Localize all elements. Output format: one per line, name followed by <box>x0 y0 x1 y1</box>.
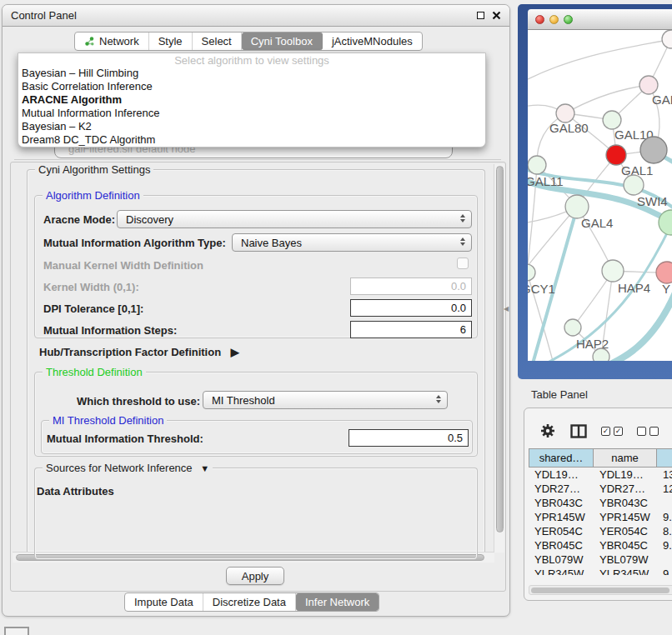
tab-style[interactable]: Style <box>149 32 193 50</box>
vertical-scrollbar-thumb[interactable] <box>496 166 504 532</box>
float-panel-icon[interactable] <box>477 12 484 19</box>
select-all-columns-icon[interactable]: ✓✓ <box>601 427 623 436</box>
deselect-all-columns-icon[interactable]: ✓✓ <box>637 427 659 436</box>
column-header[interactable]: shared… <box>529 448 594 468</box>
table-row[interactable]: YDL19…YDL19…13 <box>529 468 672 482</box>
tab-label: Network <box>99 35 139 48</box>
apply-button[interactable]: Apply <box>226 567 284 585</box>
apply-button-label: Apply <box>242 570 269 582</box>
spinner-arrows-icon <box>436 395 441 403</box>
network-window-titlebar[interactable] <box>528 9 672 30</box>
network-node-gcy1[interactable] <box>528 264 535 281</box>
control-panel-window: Control Panel NetworkStyleSelectCyni Too… <box>2 4 510 617</box>
expand-right-icon[interactable]: ▶ <box>231 346 239 358</box>
column-browser-icon[interactable] <box>570 424 587 438</box>
table-horizontal-scrollbar[interactable] <box>529 585 672 595</box>
zoom-traffic-light-icon[interactable] <box>564 15 573 24</box>
panel-divider-grip[interactable]: ◀ <box>504 305 509 312</box>
network-node-hap4[interactable] <box>602 260 624 282</box>
tab-jactivemnodules[interactable]: jActiveMNodules <box>323 32 422 50</box>
table-cell <box>657 496 672 510</box>
cyni-algorithm-settings-group: Cyni Algorithm Settings Algorithm Defini… <box>27 169 485 552</box>
tab-network[interactable]: Network <box>75 32 149 50</box>
table-scrollbar-thumb[interactable] <box>531 588 669 593</box>
network-node-gal4[interactable] <box>565 195 589 218</box>
dpi-tolerance-field[interactable]: 0.0 <box>350 299 472 317</box>
minimize-traffic-light-icon[interactable] <box>549 15 559 24</box>
table-row[interactable]: YLR345WYLR345W9. <box>529 567 672 575</box>
network-graph[interactable]: GAL7GAL80GAL10GAL1GAL11SWI4GAL4GCY1HAP4Y… <box>528 30 672 361</box>
network-edge[interactable] <box>565 85 649 113</box>
algorithm-option[interactable]: Mutual Information Inference <box>18 107 485 120</box>
table-row[interactable]: YPR145WYPR145W9. <box>529 510 672 524</box>
node-label: GAL7 <box>652 92 672 107</box>
table-row[interactable]: YBL079WYBL079W <box>529 552 672 567</box>
mi-type-value: Naive Bayes <box>241 237 302 249</box>
aracne-mode-combo[interactable]: Discovery <box>117 210 472 228</box>
table-cell: 13 <box>657 468 672 482</box>
node-table[interactable]: shared…nameAYDL19…YDL19…13YDR27…YDR27…12… <box>529 448 672 575</box>
data-attributes-label: Data Attributes <box>37 485 114 498</box>
network-node[interactable] <box>640 137 667 163</box>
tab-discretize-data[interactable]: Discretize Data <box>203 593 296 611</box>
which-threshold-combo[interactable]: MI Threshold <box>203 391 448 409</box>
close-traffic-light-icon[interactable] <box>535 15 544 24</box>
network-view-window[interactable]: GAL7GAL80GAL10GAL1GAL11SWI4GAL4GCY1HAP4Y… <box>518 4 672 379</box>
network-canvas[interactable]: GAL7GAL80GAL10GAL1GAL11SWI4GAL4GCY1HAP4Y… <box>528 30 672 361</box>
algorithm-option[interactable]: Dream8 DC_TDC Algorithm <box>18 133 485 147</box>
tab-label: Discretize Data <box>213 596 286 608</box>
algorithm-option[interactable]: Bayesian – K2 <box>18 120 485 133</box>
algorithm-option[interactable]: ARACNE Algorithm <box>18 93 485 107</box>
table-cell: YBR045C <box>594 538 657 552</box>
table-cell: YBL079W <box>594 552 657 567</box>
table-row[interactable]: YBR043CYBR043C <box>529 496 672 510</box>
column-header[interactable]: name <box>594 448 657 468</box>
network-node-hap2[interactable] <box>564 319 581 336</box>
network-node-gal10[interactable] <box>603 111 621 129</box>
node-label: GCY1 <box>528 282 555 296</box>
table-cell: YPR145W <box>529 510 594 524</box>
corner-grip-widget[interactable] <box>4 627 29 635</box>
table-cell: YER054C <box>529 524 594 538</box>
kernel-width-label: Kernel Width (0,1): <box>43 281 139 293</box>
algorithm-option[interactable]: Bayesian – Hill Climbing <box>18 67 485 80</box>
gear-icon[interactable] <box>539 422 556 439</box>
table-row[interactable]: YDR27…YDR27…12 <box>529 482 672 496</box>
network-node[interactable] <box>593 348 609 361</box>
manual-kernel-checkbox[interactable] <box>457 258 469 269</box>
tab-impute-data[interactable]: Impute Data <box>125 593 203 611</box>
network-node-y[interactable] <box>656 262 672 283</box>
network-edge[interactable] <box>528 39 671 82</box>
algorithm-option[interactable]: Basic Correlation Inference <box>18 80 485 93</box>
tab-label: Cyni Toolbox <box>251 35 313 48</box>
tab-infer-network[interactable]: Infer Network <box>296 593 379 611</box>
control-panel-titlebar[interactable]: Control Panel <box>3 5 509 27</box>
network-node-gal11[interactable] <box>528 156 546 174</box>
mi-steps-field[interactable]: 6 <box>350 321 472 338</box>
network-node-gal80[interactable] <box>556 104 574 122</box>
network-node-swi4[interactable] <box>624 175 644 195</box>
mi-threshold-field[interactable]: 0.5 <box>349 429 469 447</box>
network-node-gal1[interactable] <box>606 145 626 165</box>
table-row[interactable]: YBR045CYBR045C9. <box>529 538 672 552</box>
tab-select[interactable]: Select <box>193 32 242 50</box>
threshold-definition-title: Threshold Definition <box>43 366 146 378</box>
threshold-definition-group: Threshold Definition Which threshold to … <box>34 372 478 457</box>
node-label: GAL80 <box>549 121 589 135</box>
hub-section-toggle[interactable]: Hub/Transcription Factor Definition ▶ <box>39 346 239 358</box>
close-icon[interactable] <box>492 11 501 20</box>
table-cell: 9. <box>657 538 672 552</box>
network-node-gal7[interactable] <box>639 76 658 94</box>
vertical-scrollbar[interactable] <box>494 164 504 552</box>
collapse-down-icon[interactable]: ▼ <box>200 463 209 473</box>
sources-group-title[interactable]: Sources for Network Inference ▼ <box>43 462 213 474</box>
column-header[interactable]: A <box>657 448 672 468</box>
table-cell: 9. <box>657 510 672 524</box>
tab-cyni-toolbox[interactable]: Cyni Toolbox <box>242 32 323 50</box>
table-row[interactable]: YER054CYER054C8. <box>529 524 672 538</box>
aracne-mode-value: Discovery <box>126 213 173 226</box>
mi-type-combo[interactable]: Naive Bayes <box>232 233 472 252</box>
network-node[interactable] <box>662 30 672 48</box>
kernel-width-field[interactable]: 0.0 <box>350 278 472 295</box>
network-icon <box>84 36 95 47</box>
